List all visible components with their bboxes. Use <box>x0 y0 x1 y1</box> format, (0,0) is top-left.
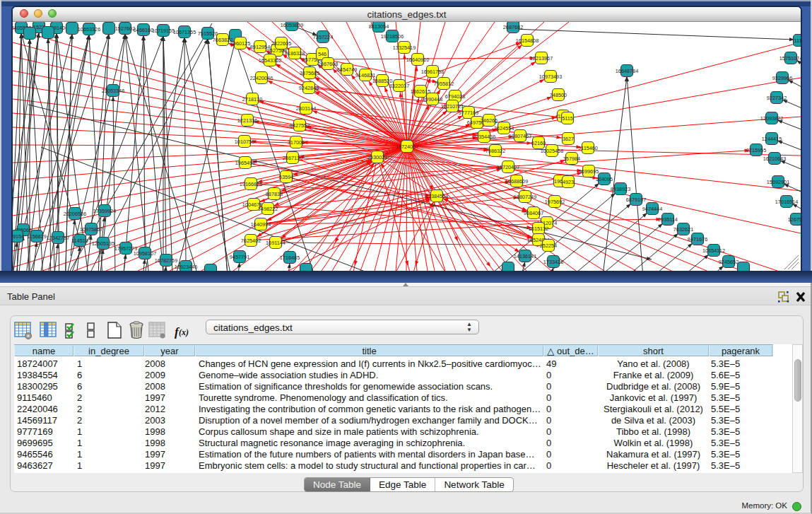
svg-text:(x): (x) <box>179 327 189 337</box>
